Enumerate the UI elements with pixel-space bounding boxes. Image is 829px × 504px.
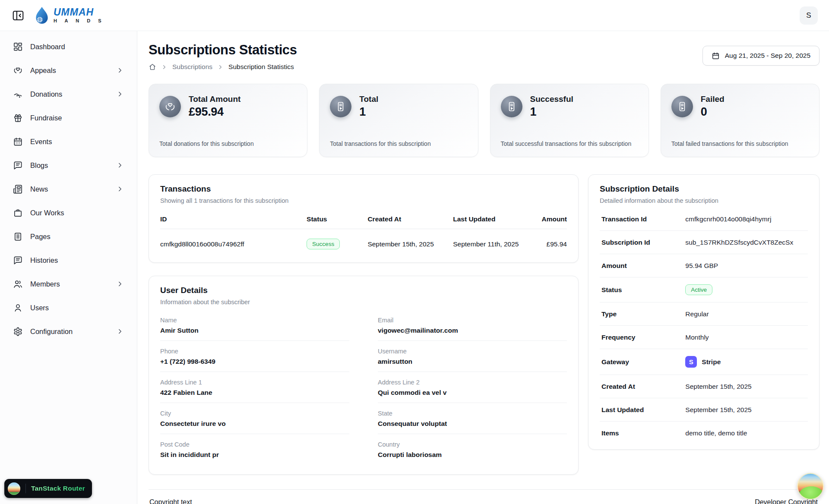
sidebar-item-histories[interactable]: Histories bbox=[6, 251, 131, 270]
subscription-details-subtitle: Detailed information about the subscript… bbox=[600, 197, 808, 204]
detail-value: sub_1S7RKhDZSfscydCvXT8ZecSx bbox=[685, 239, 793, 246]
donation-hands-icon bbox=[159, 96, 181, 117]
members-icon bbox=[13, 279, 23, 289]
sidebar-item-label: Donations bbox=[30, 90, 109, 98]
detail-value: September 15th, 2025 bbox=[685, 383, 751, 391]
field-value: Sit in incididunt pr bbox=[160, 451, 349, 459]
brand-subname: H A N D S bbox=[54, 19, 104, 23]
sidebar-item-label: Histories bbox=[30, 256, 124, 265]
breadcrumb-subscriptions[interactable]: Subscriptions bbox=[172, 63, 212, 71]
sidebar-item-label: Pages bbox=[30, 233, 124, 241]
detail-row-created-at: Created AtSeptember 15th, 2025 bbox=[600, 375, 808, 398]
sidebar-item-news[interactable]: News bbox=[6, 180, 131, 198]
tanstack-devtools-toggle-button[interactable] bbox=[797, 473, 824, 500]
column-header-amount: Amount bbox=[535, 208, 567, 229]
detail-row-type: TypeRegular bbox=[600, 302, 808, 326]
sidebar-item-appeals[interactable]: Appeals bbox=[6, 61, 131, 80]
sidebar-item-label: Configuration bbox=[30, 328, 109, 336]
stat-description: Total successful transactions for this s… bbox=[501, 132, 638, 148]
field-label: Username bbox=[378, 348, 567, 355]
stat-value: 1 bbox=[530, 105, 573, 119]
user-field-state: StateConsequatur voluptat bbox=[378, 403, 567, 434]
panel-left-close-icon bbox=[12, 9, 25, 22]
user-field-username: Usernameamirsutton bbox=[378, 341, 567, 372]
stat-label: Failed bbox=[701, 94, 725, 104]
detail-value: cmfkgcnrh0014o008qi4hymrj bbox=[685, 215, 771, 223]
chevron-right-icon bbox=[116, 161, 124, 169]
transactions-table: ID Status Created At Last Updated Amount… bbox=[160, 208, 567, 259]
blogs-icon bbox=[13, 161, 23, 170]
sidebar-item-users[interactable]: Users bbox=[6, 298, 131, 317]
sidebar-item-label: Fundraise bbox=[30, 114, 124, 122]
detail-row-gateway: GatewaySStripe bbox=[600, 349, 808, 375]
transaction-last-updated: September 11th, 2025 bbox=[453, 229, 534, 259]
user-field-address-line-2: Address Line 2Qui commodi ea vel v bbox=[378, 372, 567, 403]
column-header-status: Status bbox=[307, 208, 367, 229]
brand-logo[interactable]: UMMAH H A N D S bbox=[35, 6, 104, 25]
detail-label: Items bbox=[601, 429, 685, 437]
sidebar-item-our-works[interactable]: Our Works bbox=[6, 203, 131, 222]
transactions-icon bbox=[501, 96, 522, 117]
stripe-icon: S bbox=[685, 356, 697, 368]
sidebar-item-fundraise[interactable]: Fundraise bbox=[6, 108, 131, 127]
chevron-right-icon bbox=[116, 185, 124, 193]
sidebar-item-blogs[interactable]: Blogs bbox=[6, 156, 131, 175]
avatar-initial: S bbox=[806, 11, 811, 20]
detail-row-last-updated: Last UpdatedSeptember 15th, 2025 bbox=[600, 398, 808, 422]
histories-icon bbox=[13, 255, 23, 265]
field-value: 422 Fabien Lane bbox=[160, 389, 349, 397]
subscription-details-title: Subscription Details bbox=[600, 184, 808, 194]
sidebar-item-donations[interactable]: Donations bbox=[6, 85, 131, 104]
field-label: Name bbox=[160, 317, 349, 324]
detail-row-frequency: FrequencyMonthly bbox=[600, 326, 808, 349]
user-avatar[interactable]: S bbox=[800, 6, 818, 25]
stat-value: 0 bbox=[701, 105, 725, 119]
configuration-icon bbox=[13, 327, 23, 337]
chevron-right-icon bbox=[161, 64, 168, 70]
stat-description: Total failed transactions for this subsc… bbox=[671, 132, 809, 148]
chevron-right-icon bbox=[116, 280, 124, 288]
stat-card-total-amount: Total Amount£95.94Total donations for th… bbox=[149, 84, 307, 157]
field-label: Post Code bbox=[160, 441, 349, 448]
user-details-panel: User Details Information about the subsc… bbox=[149, 276, 579, 475]
tanstack-router-badge[interactable]: TanStack Router bbox=[4, 479, 92, 498]
user-field-name: NameAmir Sutton bbox=[160, 310, 349, 341]
sidebar-item-label: News bbox=[30, 185, 109, 193]
dashboard-icon bbox=[13, 42, 23, 52]
detail-label: Subscription Id bbox=[601, 239, 685, 246]
pages-icon bbox=[13, 232, 23, 242]
topbar: UMMAH H A N D S S bbox=[0, 0, 829, 31]
donations-icon bbox=[13, 89, 23, 99]
sidebar-toggle-button[interactable] bbox=[9, 7, 27, 24]
user-fields-grid: NameAmir SuttonEmailvigowec@mailinator.c… bbox=[149, 306, 578, 474]
date-range-label: Aug 21, 2025 - Sep 20, 2025 bbox=[725, 52, 810, 60]
detail-value: September 15th, 2025 bbox=[685, 406, 751, 414]
status-badge: Active bbox=[685, 284, 712, 295]
divider bbox=[25, 484, 26, 493]
sidebar-item-members[interactable]: Members bbox=[6, 274, 131, 293]
sidebar-item-label: Events bbox=[30, 138, 124, 146]
sidebar-item-label: Dashboard bbox=[30, 43, 124, 51]
home-icon[interactable] bbox=[149, 63, 156, 71]
sidebar-item-label: Blogs bbox=[30, 161, 109, 170]
date-range-picker[interactable]: Aug 21, 2025 - Sep 20, 2025 bbox=[702, 46, 820, 66]
field-value: Consectetur irure vo bbox=[160, 420, 349, 428]
appeals-icon bbox=[13, 66, 23, 76]
detail-label: Amount bbox=[601, 262, 685, 270]
stat-label: Successful bbox=[530, 94, 573, 104]
chevron-right-icon bbox=[116, 66, 124, 74]
detail-value: Monthly bbox=[685, 334, 709, 341]
sidebar-item-pages[interactable]: Pages bbox=[6, 227, 131, 246]
page-title: Subscriptions Statistics bbox=[149, 42, 297, 58]
stat-card-failed: Failed0Total failed transactions for thi… bbox=[661, 84, 820, 157]
user-field-post-code: Post CodeSit in incididunt pr bbox=[160, 434, 349, 465]
ummah-drop-logo-icon bbox=[35, 6, 49, 25]
sidebar-item-dashboard[interactable]: Dashboard bbox=[6, 37, 131, 56]
user-details-title: User Details bbox=[160, 286, 567, 295]
sidebar-item-events[interactable]: Events bbox=[6, 132, 131, 151]
transaction-amount: £95.94 bbox=[535, 229, 567, 259]
user-field-city: CityConsectetur irure vo bbox=[160, 403, 349, 434]
sidebar-item-configuration[interactable]: Configuration bbox=[6, 322, 131, 341]
user-details-subtitle: Information about the subscriber bbox=[160, 299, 567, 306]
brand-name: UMMAH bbox=[54, 7, 104, 17]
